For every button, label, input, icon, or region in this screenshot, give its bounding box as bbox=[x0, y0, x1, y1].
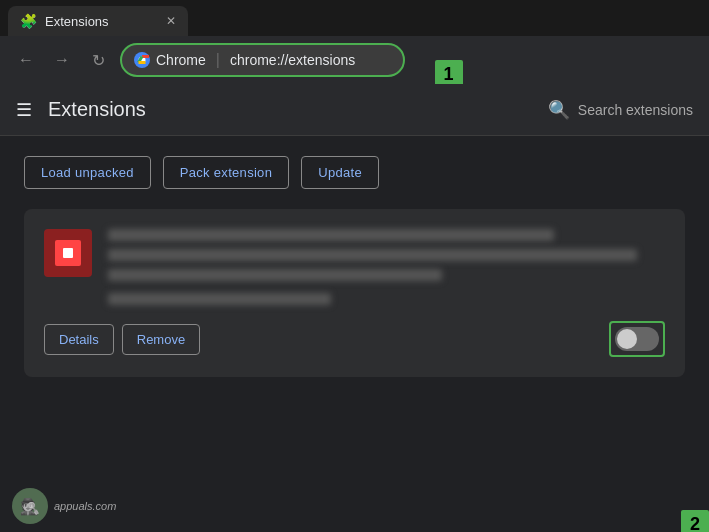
address-bar[interactable]: Chrome | chrome://extensions bbox=[120, 43, 405, 77]
address-divider: | bbox=[216, 51, 220, 69]
load-unpacked-button[interactable]: Load unpacked bbox=[24, 156, 151, 189]
extensions-header: ☰ Extensions 🔍 Search extensions bbox=[0, 84, 709, 136]
extension-icon-inner bbox=[55, 240, 81, 266]
details-button[interactable]: Details bbox=[44, 324, 114, 355]
nav-bar: ← → ↻ Chrome | chrome://extensions 1 bbox=[0, 36, 709, 84]
address-bar-wrapper: Chrome | chrome://extensions 1 bbox=[120, 43, 405, 77]
extension-extra-line bbox=[108, 293, 331, 305]
watermark-logo: 🕵️ bbox=[12, 488, 48, 524]
extensions-list: Details Remove bbox=[0, 209, 709, 532]
action-bar: Load unpacked Pack extension Update bbox=[0, 136, 709, 209]
tab-bar: 🧩 Extensions ✕ bbox=[0, 0, 709, 36]
extension-card: Details Remove bbox=[24, 209, 685, 377]
tab-icon: 🧩 bbox=[20, 13, 37, 29]
remove-button[interactable]: Remove bbox=[122, 324, 200, 355]
reload-button[interactable]: ↻ bbox=[84, 46, 112, 74]
search-icon: 🔍 bbox=[548, 99, 570, 121]
extension-icon-dot bbox=[63, 248, 73, 258]
page-title: Extensions bbox=[48, 98, 532, 121]
address-chrome-label: Chrome bbox=[156, 52, 206, 68]
extension-card-bottom: Details Remove bbox=[44, 317, 665, 357]
address-url: chrome://extensions bbox=[230, 52, 391, 68]
extension-name-line bbox=[108, 229, 554, 241]
update-button[interactable]: Update bbox=[301, 156, 379, 189]
step-2-toggle-container bbox=[609, 321, 665, 357]
menu-button[interactable]: ☰ bbox=[16, 99, 32, 121]
extension-toggle[interactable] bbox=[615, 327, 659, 351]
search-placeholder: Search extensions bbox=[578, 102, 693, 118]
extension-info bbox=[108, 229, 665, 281]
watermark: 🕵️ appuals.com bbox=[12, 488, 116, 524]
search-section: 🔍 Search extensions bbox=[548, 99, 693, 121]
forward-button[interactable]: → bbox=[48, 46, 76, 74]
step-2-badge: 2 bbox=[681, 510, 709, 532]
browser-tab[interactable]: 🧩 Extensions ✕ bbox=[8, 6, 188, 36]
tab-close-button[interactable]: ✕ bbox=[166, 14, 176, 28]
watermark-text: appuals.com bbox=[54, 500, 116, 512]
toggle-knob bbox=[617, 329, 637, 349]
tab-title: Extensions bbox=[45, 14, 109, 29]
back-button[interactable]: ← bbox=[12, 46, 40, 74]
pack-extension-button[interactable]: Pack extension bbox=[163, 156, 289, 189]
extensions-page: ☰ Extensions 🔍 Search extensions Load un… bbox=[0, 84, 709, 532]
chrome-logo-icon bbox=[134, 52, 150, 68]
extension-card-top bbox=[44, 229, 665, 281]
browser-frame: 🧩 Extensions ✕ ← → ↻ Chrome | chrome://e… bbox=[0, 0, 709, 532]
extension-desc-line-2 bbox=[108, 269, 442, 281]
extension-desc-line-1 bbox=[108, 249, 637, 261]
extension-icon bbox=[44, 229, 92, 277]
